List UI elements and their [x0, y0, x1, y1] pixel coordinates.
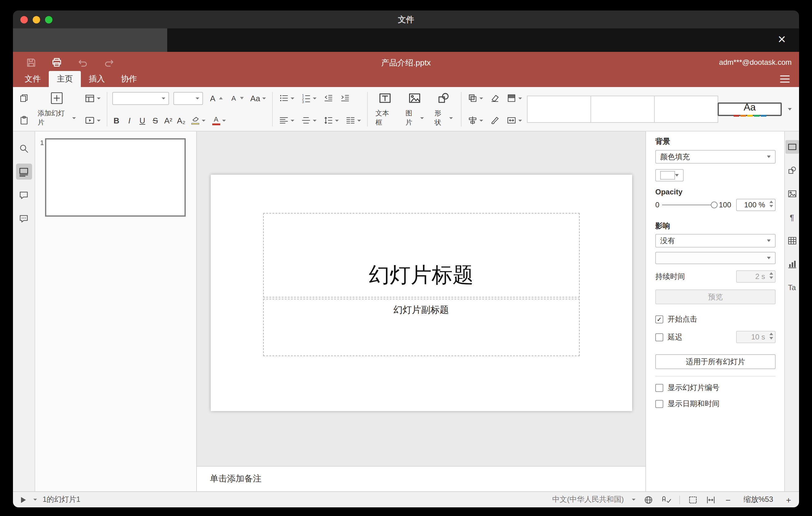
fit-slide-icon[interactable]: [688, 495, 698, 505]
language-label[interactable]: 中文(中华人民共和国): [552, 494, 624, 505]
numbered-list-button[interactable]: 123: [299, 91, 317, 105]
slides-panel-icon[interactable]: [16, 164, 32, 180]
line-spacing-button[interactable]: [322, 114, 340, 127]
strikethrough-button[interactable]: S: [151, 116, 160, 125]
shape-settings-icon[interactable]: [785, 164, 799, 177]
effect-select[interactable]: 没有: [655, 234, 776, 248]
columns-button[interactable]: [344, 114, 362, 127]
close-icon[interactable]: ×: [773, 31, 790, 48]
add-slide-button[interactable]: 添加幻灯片: [34, 90, 79, 128]
chat-icon[interactable]: [16, 210, 32, 227]
show-slide-number-checkbox[interactable]: [655, 384, 663, 392]
opacity-input[interactable]: 100 %: [736, 199, 776, 211]
status-bar: 1的幻灯片1 中文(中华人民共和国) − 缩放%53: [13, 491, 799, 507]
slide-settings-icon[interactable]: [785, 140, 799, 154]
subscript-button[interactable]: A₂: [177, 116, 185, 125]
maximize-window-button[interactable]: [45, 16, 53, 23]
bold-button[interactable]: B: [112, 116, 121, 125]
zoom-in-button[interactable]: +: [784, 495, 793, 505]
increase-font-button[interactable]: A: [207, 91, 224, 105]
apply-to-all-slides-button[interactable]: 适用于所有幻灯片: [655, 354, 776, 369]
change-case-button[interactable]: Aa: [249, 91, 267, 105]
background-fill-select[interactable]: 颜色填充: [655, 150, 776, 164]
start-slideshow-button[interactable]: [83, 114, 102, 127]
font-size-select[interactable]: [173, 92, 203, 105]
redo-icon[interactable]: [103, 56, 115, 68]
tab-file[interactable]: 文件: [17, 71, 49, 87]
chevron-down-icon[interactable]: [33, 499, 37, 500]
slide-layout-button[interactable]: [83, 91, 102, 105]
color-scheme-button[interactable]: [505, 91, 523, 105]
print-icon[interactable]: [51, 56, 63, 68]
increase-indent-button[interactable]: [339, 91, 351, 105]
horizontal-align-button[interactable]: [277, 114, 295, 127]
insert-shape-button[interactable]: 形状: [431, 90, 456, 128]
tab-home[interactable]: 主页: [49, 71, 81, 87]
notes-area[interactable]: 单击添加备注: [197, 466, 645, 491]
theme-tile-selected[interactable]: Aa: [718, 103, 782, 116]
zoom-out-button[interactable]: −: [724, 495, 732, 505]
document-language-icon[interactable]: [643, 495, 654, 505]
zoom-level[interactable]: 缩放%53: [741, 494, 776, 505]
opacity-slider[interactable]: [662, 204, 716, 205]
chevron-down-icon: [357, 119, 361, 121]
slide-thumbnail[interactable]: [45, 138, 186, 217]
vertical-align-button[interactable]: [299, 114, 317, 127]
table-settings-icon[interactable]: [785, 234, 799, 248]
copy-style-icon[interactable]: [489, 114, 501, 127]
theme-tile[interactable]: [590, 96, 655, 123]
theme-gallery-expand-button[interactable]: [788, 108, 792, 111]
start-on-click-checkbox[interactable]: ✓: [655, 315, 663, 323]
slide-subtitle-placeholder[interactable]: 幻灯片副标题: [263, 299, 579, 356]
theme-tile[interactable]: [654, 96, 718, 123]
theme-tile[interactable]: [527, 96, 591, 123]
slide-canvas[interactable]: 幻灯片标题 幻灯片副标题: [197, 132, 645, 466]
font-name-select[interactable]: [112, 92, 169, 105]
slide-size-button[interactable]: [505, 114, 523, 127]
start-slideshow-icon[interactable]: [19, 495, 28, 504]
save-icon[interactable]: [25, 56, 37, 68]
image-settings-icon[interactable]: [785, 187, 799, 201]
align-shape-button[interactable]: [466, 114, 484, 127]
spellcheck-icon[interactable]: [662, 495, 671, 505]
decrease-font-button[interactable]: A: [228, 91, 245, 105]
clear-style-icon[interactable]: [489, 91, 501, 105]
chevron-down-icon[interactable]: [632, 499, 636, 500]
opacity-slider-knob[interactable]: [711, 202, 718, 208]
paragraph-settings-icon[interactable]: ¶: [785, 210, 799, 224]
italic-button[interactable]: I: [125, 116, 134, 125]
spinner-arrows-icon[interactable]: [770, 201, 773, 207]
superscript-button[interactable]: A²: [164, 116, 172, 125]
paste-icon[interactable]: [18, 114, 30, 127]
home-toolbar: 添加幻灯片: [13, 87, 799, 132]
underline-button[interactable]: U: [138, 116, 147, 125]
highlight-color-button[interactable]: [190, 114, 206, 127]
decrease-indent-button[interactable]: [322, 91, 334, 105]
insert-textbox-button[interactable]: 文本框: [372, 90, 398, 128]
tab-insert[interactable]: 插入: [81, 71, 113, 87]
preview-button[interactable]: 预览: [655, 289, 776, 304]
fit-width-icon[interactable]: [706, 495, 716, 505]
undo-icon[interactable]: [77, 56, 89, 68]
copy-icon[interactable]: [18, 91, 30, 105]
textart-settings-icon[interactable]: Ta: [785, 281, 799, 294]
duration-input[interactable]: 2 s: [736, 270, 776, 283]
arrange-shape-button[interactable]: [466, 91, 484, 105]
slide[interactable]: 幻灯片标题 幻灯片副标题: [210, 175, 632, 411]
slide-title-placeholder[interactable]: 幻灯片标题: [263, 213, 579, 297]
insert-image-button[interactable]: 图片: [403, 90, 427, 128]
close-window-button[interactable]: [20, 16, 28, 23]
background-color-select[interactable]: [655, 169, 684, 181]
search-icon[interactable]: [16, 140, 32, 156]
delay-checkbox[interactable]: [655, 333, 663, 341]
hamburger-menu-icon[interactable]: [779, 75, 790, 83]
font-color-button[interactable]: A: [211, 114, 227, 127]
bullet-list-button[interactable]: [277, 91, 295, 105]
effect-type-select[interactable]: [655, 252, 776, 264]
delay-input[interactable]: 10 s: [736, 331, 776, 343]
chart-settings-icon[interactable]: [785, 257, 799, 271]
show-datetime-checkbox[interactable]: [655, 400, 663, 408]
comments-icon[interactable]: [16, 187, 32, 203]
minimize-window-button[interactable]: [33, 16, 40, 23]
tab-collaboration[interactable]: 协作: [113, 71, 145, 87]
